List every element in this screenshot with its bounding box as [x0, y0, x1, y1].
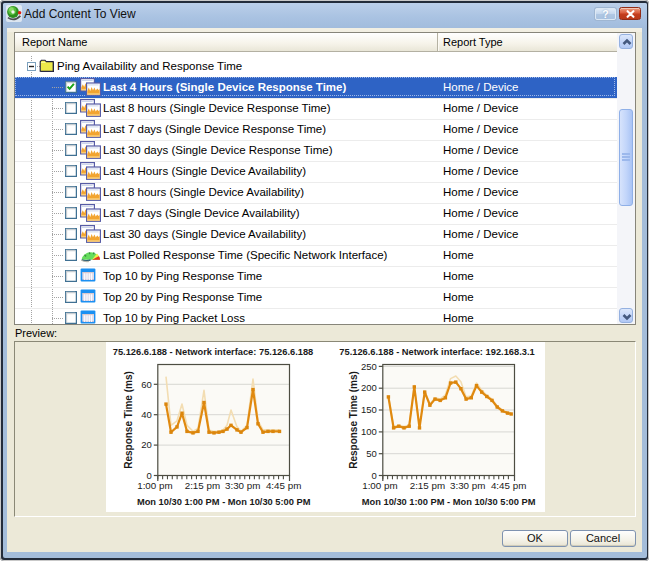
svg-text:2:15 pm: 2:15 pm — [185, 480, 220, 491]
svg-text:40: 40 — [141, 409, 152, 420]
svg-text:Mon 10/30 1:00 PM - Mon 10/30: Mon 10/30 1:00 PM - Mon 10/30 5:00 PM — [137, 497, 311, 507]
svg-text:150: 150 — [361, 404, 377, 415]
svg-text:Response Time (ms): Response Time (ms) — [123, 371, 134, 469]
svg-text:250: 250 — [361, 361, 377, 372]
svg-text:1:00 pm: 1:00 pm — [137, 480, 172, 491]
svg-text:4:45 pm: 4:45 pm — [266, 480, 301, 491]
svg-text:1:00 pm: 1:00 pm — [362, 480, 397, 491]
svg-text:20: 20 — [141, 439, 152, 450]
svg-text:2:15 pm: 2:15 pm — [410, 480, 445, 491]
svg-text:Mon 10/30 1:00 PM - Mon 10/30: Mon 10/30 1:00 PM - Mon 10/30 5:00 PM — [362, 497, 536, 507]
svg-text:3:30 pm: 3:30 pm — [450, 480, 485, 491]
svg-text:Response Time (ms): Response Time (ms) — [348, 371, 359, 469]
svg-text:60: 60 — [141, 379, 152, 390]
svg-text:4:45 pm: 4:45 pm — [491, 480, 526, 491]
svg-text:200: 200 — [361, 382, 377, 393]
svg-text:75.126.6.188 - Network interfa: 75.126.6.188 - Network interface: 75.126… — [113, 347, 314, 357]
svg-text:3:30 pm: 3:30 pm — [225, 480, 260, 491]
svg-text:75.126.6.188 - Network interfa: 75.126.6.188 - Network interface: 192.16… — [339, 347, 534, 357]
svg-text:100: 100 — [361, 426, 377, 437]
svg-text:50: 50 — [366, 448, 377, 459]
